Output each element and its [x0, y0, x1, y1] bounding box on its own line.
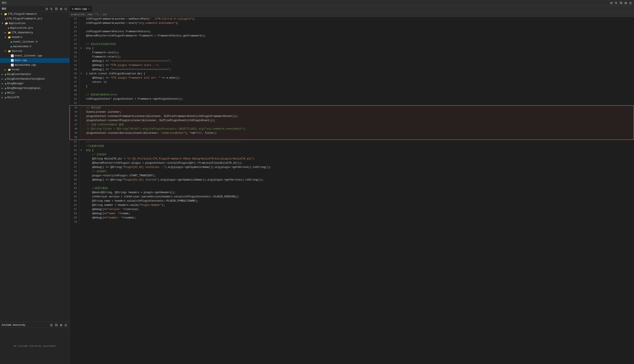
fold-arrow-35[interactable]: ▼ — [80, 72, 83, 76]
code-row-51: 51//------------------------------------… — [70, 140, 634, 144]
fold-arrow-29[interactable]: ▼ — [80, 46, 83, 50]
code-row-67: 67 qDebug()<<"version: "<<version; — [70, 207, 634, 212]
add-folder-icon[interactable]: ⊞ — [624, 2, 628, 4]
code-row-29: 29▼try { — [70, 46, 634, 50]
tree-item-hello[interactable]: ▶◉Hello — [0, 90, 69, 95]
include-link-icon[interactable]: ⛓ — [54, 324, 58, 326]
link-icon[interactable]: ⛓ — [619, 2, 623, 4]
include-max-icon[interactable]: ⊡ — [64, 324, 68, 326]
sidebar-sort-icon[interactable]: ⇅ — [50, 7, 53, 10]
fold-arrow-38 — [80, 84, 83, 88]
code-content-67: qDebug()<<"version: "<<version; — [83, 207, 634, 212]
sidebar-filter-icon[interactable]: ⊟ — [45, 7, 49, 10]
tree-label-helloctk: HelloCTK — [7, 96, 20, 99]
tree-item-mainwindow_h[interactable]: ◧mainwindow.h — [0, 44, 69, 49]
tree-item-mainwindow_cpp[interactable]: ⬜mainwindow.cpp — [0, 63, 69, 68]
fold-arrow-60 — [80, 178, 83, 182]
tree-arrow-blogeventhandler: ▶ — [2, 73, 4, 76]
sidebar-link-icon[interactable]: ⛓ — [54, 7, 58, 10]
line-num-48: 48 — [70, 127, 80, 131]
code-content-66: QString number = headers.value("Plugin-N… — [83, 203, 634, 207]
code-row-68: 68 qDebug()<<"name: "<<name; — [70, 212, 634, 216]
line-num-65: 65 — [70, 199, 80, 203]
tree-icon-pro: ◆ — [5, 17, 6, 20]
code-content-51: //--------------------------------------… — [83, 140, 634, 144]
line-num-57: 57 — [70, 165, 80, 169]
tree-item-blogmanager[interactable]: ▶◉BlogManager — [0, 81, 69, 86]
tree-item-event_h[interactable]: ◧event_listener.h — [0, 40, 69, 44]
sort-icon[interactable]: ⇅ — [614, 2, 618, 4]
fold-arrow-36 — [80, 76, 83, 80]
tree-item-event_cpp[interactable]: ⬜event_listener.cpp — [0, 54, 69, 58]
tree-arrow-sources: ▼ — [5, 50, 7, 52]
fold-arrow-55 — [80, 157, 83, 161]
tree-item-apppro[interactable]: ◆Application.pro — [0, 26, 69, 30]
sidebar-max-icon[interactable]: ⊡ — [64, 7, 68, 10]
tree-item-sources[interactable]: ▼📁Sources — [0, 49, 69, 54]
maximize-icon[interactable]: ⊡ — [628, 2, 632, 4]
tree-icon-sources: 📁 — [8, 50, 11, 53]
code-row-57: 57 qDebug() << QString("Plugin[%1_%2] in… — [70, 165, 634, 169]
code-row-37: 37 return -1; — [70, 80, 634, 84]
tree-icon-mainwindow_cpp: ⬜ — [11, 64, 14, 67]
tree-arrow-app: ▼ — [2, 22, 4, 25]
fold-arrow-27 — [80, 38, 83, 42]
code-row-61: 61 — [70, 182, 634, 186]
code-editor[interactable]: 22ctkPluginFrameworkLauncher::addSearchP… — [70, 17, 634, 364]
fold-arrow-53[interactable]: ▼ — [80, 148, 83, 152]
fold-arrow-52 — [80, 144, 83, 148]
code-content-34: qDebug() << "===========================… — [83, 68, 634, 72]
tree-icon-app: 📁 — [5, 22, 8, 25]
tree-item-blogeventhandlerusingslot[interactable]: ▶◉BlogEventHandlerUsingSlot — [0, 77, 69, 81]
line-num-31: 31 — [70, 55, 80, 59]
tree-item-main_cpp[interactable]: ⬜main.cpp — [0, 58, 69, 63]
tree-icon-forms: 📁 — [8, 68, 11, 72]
tree-item-helloctk[interactable]: ▶◉HelloCTK — [0, 95, 69, 100]
line-num-58: 58 — [70, 169, 80, 174]
code-row-32: 32 qDebug() << "========================… — [70, 59, 634, 63]
code-content-22: ctkPluginFrameworkLauncher::addSearchPat… — [83, 17, 634, 21]
code-row-65: 65 QString name = headers.value(ctkPlugi… — [70, 199, 634, 203]
code-row-38: 38} — [70, 84, 634, 88]
include-filter-icon[interactable]: ⊟ — [50, 324, 53, 326]
tree-item-root[interactable]: ▼📁CTK_PluginFramework — [0, 12, 69, 16]
code-row-56: 56 QSharedPointer<ctkPlugin> plugin = pl… — [70, 161, 634, 165]
tree-label-blogmanager: BlogManager — [7, 82, 24, 85]
sidebar-add-icon[interactable]: ⊞ — [59, 7, 63, 10]
tree-item-pro[interactable]: ◆CTK_PluginFramework.pro — [0, 16, 69, 21]
include-add-icon[interactable]: ⊞ — [59, 324, 63, 326]
tree-item-app[interactable]: ▼📁Application — [0, 21, 69, 26]
line-num-55: 55 — [70, 157, 80, 161]
filter-icon[interactable]: ⊟ — [609, 2, 613, 4]
tab-close-button[interactable]: × — [88, 8, 90, 10]
fold-arrow-34 — [80, 68, 83, 72]
fold-arrow-56 — [80, 161, 83, 165]
code-content-59: plugin->start(ctkPlugin::START_TRANSIENT… — [83, 174, 634, 178]
line-num-40: 40 — [70, 93, 80, 97]
line-num-39: 39 — [70, 88, 80, 93]
fold-arrow-26 — [80, 34, 83, 38]
tree-icon-root: 📁 — [4, 13, 7, 16]
fold-arrow-61 — [80, 182, 83, 186]
code-content-25: ctkPluginFrameworkFactory frameworkFacto… — [83, 30, 634, 34]
tree-label-blogmanagerusingsignal: BlogManagerUsingSignal — [7, 87, 41, 90]
include-hierarchy-empty: No include hierarchy available — [14, 345, 56, 347]
line-num-69: 69 — [70, 216, 80, 220]
tree-item-blogeventhandler[interactable]: ▶◉BlogEventHandler — [0, 72, 69, 77]
tree-item-ctk_dep[interactable]: ▶📁CTK_dependency — [0, 30, 69, 35]
tree-label-root: CTK_PluginFramework — [8, 13, 37, 16]
code-content-30: framework->init(); — [83, 50, 634, 55]
fold-arrow-40 — [80, 93, 83, 97]
tree-item-headers[interactable]: ▼📁Headers — [0, 35, 69, 40]
tree-item-blogmanagerusingsignal[interactable]: ▶◉BlogManagerUsingSignal — [0, 86, 69, 90]
code-row-62: 62 //获取元数据 — [70, 186, 634, 190]
tab-main-cpp[interactable]: ■ main.cpp × — [70, 6, 92, 12]
code-content-24 — [83, 25, 634, 30]
code-row-59: 59 plugin->start(ctkPlugin::START_TRANSI… — [70, 174, 634, 178]
line-num-23: 23 — [70, 21, 80, 25]
tree-item-forms[interactable]: ▶📁Forms — [0, 68, 69, 72]
tree-icon-blogmanagerusingsignal: ◉ — [5, 87, 6, 90]
fold-arrow-42 — [80, 101, 83, 105]
tree-arrow-hello: ▶ — [2, 92, 4, 94]
code-row-48: 48// QString filter = QString("%1=%2").a… — [70, 127, 634, 131]
